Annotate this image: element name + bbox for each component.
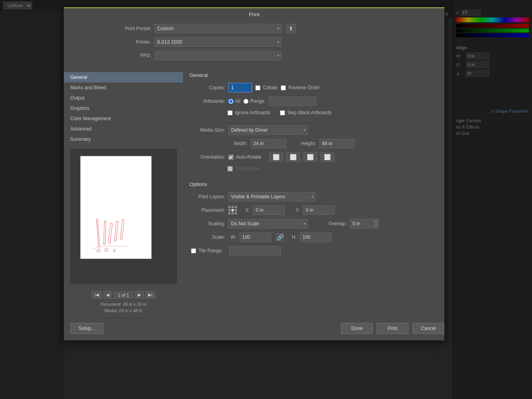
x-input[interactable] — [253, 205, 285, 215]
width-height-row: Width: Height: — [227, 139, 438, 148]
dialog-titlebar: Print — [64, 8, 444, 20]
artboards-all-option[interactable]: All — [228, 98, 240, 104]
preview-navigation: |◀ ◀ ▶ ▶| — [64, 289, 183, 301]
grid-dot-9 — [235, 212, 237, 215]
print-layers-select-wrapper: Visible & Printable Layers — [228, 192, 316, 201]
auto-rotate-checkbox[interactable] — [228, 155, 233, 160]
orient-landscape-btn[interactable]: ⬜ — [286, 152, 300, 162]
print-preset-row: Print Preset: Custom ⬆ — [120, 24, 432, 33]
print-layers-select[interactable]: Visible & Printable Layers — [228, 192, 316, 201]
scaling-select[interactable]: Do Not Scale — [228, 219, 308, 228]
printer-select[interactable]: ILS12.150D — [154, 37, 281, 47]
collate-label: Collate — [263, 85, 278, 90]
artboards-range-label: Range: — [250, 98, 266, 104]
collate-checkbox-row: Collate — [255, 85, 278, 90]
artboards-range-radio[interactable] — [243, 99, 249, 104]
orientation-row: Orientation: Auto-Rotate ⬜ ⬜ ⬜ ⬜ — [189, 152, 438, 162]
reverse-order-label: Reverse Order — [288, 85, 320, 90]
overlap-spinner: ▲ ▼ — [373, 219, 379, 228]
print-preset-select[interactable]: Custom — [154, 24, 281, 33]
ignore-artboards-checkbox[interactable] — [227, 110, 233, 115]
done-button[interactable]: Done — [341, 323, 373, 334]
placement-label: Placement: — [189, 207, 225, 213]
y-input[interactable] — [303, 205, 335, 215]
scale-h-input[interactable] — [300, 232, 332, 242]
overlap-input[interactable] — [350, 219, 374, 228]
collate-checkbox[interactable] — [255, 85, 260, 90]
save-preset-icon[interactable]: ⬆ — [286, 24, 296, 33]
nav-item-general[interactable]: General — [64, 72, 183, 82]
preview-media-info: Media: 24 in x 48 in — [64, 307, 183, 314]
width-label: Width: — [227, 141, 247, 146]
transverse-checkbox[interactable] — [227, 166, 233, 171]
nav-item-color-management[interactable]: Color Management — [64, 113, 183, 124]
setup-button[interactable]: Setup... — [70, 323, 103, 334]
auto-rotate-label: Auto-Rotate — [236, 154, 261, 160]
reverse-order-row: Reverse Order — [281, 85, 320, 90]
dialog-body: General Marks and Bleed Output Graphics … — [64, 68, 444, 318]
nav-item-advanced[interactable]: Advanced — [64, 124, 183, 134]
ppd-select[interactable] — [154, 51, 281, 60]
grid-dot-7 — [228, 212, 231, 215]
copies-input[interactable] — [228, 83, 252, 92]
printer-row: Printer: ILS12.150D — [120, 37, 432, 47]
printer-label: Printer: — [120, 39, 151, 45]
placement-grid-icon[interactable] — [228, 206, 237, 215]
grid-dot-5 — [231, 209, 234, 211]
general-section-title: General — [189, 72, 438, 78]
scale-h-label: H: — [289, 234, 297, 240]
y-label: Y: — [292, 207, 300, 213]
scale-lock-icon[interactable]: 🔗 — [276, 233, 284, 241]
grid-dot-8 — [231, 212, 234, 215]
copies-row: Copies: Collate Reverse Order — [189, 83, 438, 92]
nav-item-graphics[interactable]: Graphics — [64, 103, 183, 113]
grid-dot-4 — [228, 209, 231, 211]
dialog-title: Print — [249, 12, 260, 17]
ppd-label: PPD: — [120, 53, 151, 58]
copies-label: Copies: — [189, 85, 225, 90]
preview-page-input[interactable] — [114, 292, 133, 299]
cancel-button[interactable]: Cancel — [412, 323, 444, 334]
print-preview — [70, 149, 177, 284]
nav-item-output[interactable]: Output — [64, 93, 183, 103]
orient-landscape-flip-btn[interactable]: ⬜ — [320, 152, 334, 162]
height-field[interactable] — [319, 139, 355, 148]
scale-label: Scale: — [189, 234, 225, 240]
artboards-range-option[interactable]: Range: — [243, 98, 266, 104]
ignore-artboards-row: Ignore Artboards — [227, 110, 270, 115]
tile-range-checkbox[interactable] — [191, 248, 196, 253]
preview-first-btn[interactable]: |◀ — [92, 291, 102, 299]
reverse-order-checkbox[interactable] — [281, 85, 286, 90]
nav-item-marks-bleed[interactable]: Marks and Bleed — [64, 82, 183, 93]
dialog-footer: Setup... Done Print Cancel — [64, 318, 444, 340]
tile-range-input[interactable] — [229, 246, 281, 255]
dialog-content: General Copies: Collate Reverse Order Ar… — [183, 68, 444, 318]
print-button[interactable]: Print — [377, 323, 409, 334]
orient-portrait-btn[interactable]: ⬜ — [269, 152, 283, 162]
overlap-down-btn[interactable]: ▼ — [373, 224, 379, 228]
nav-item-summary[interactable]: Summary — [64, 134, 183, 144]
scaling-overlap-row: Scaling: Do Not Scale Overlap: ▲ ▼ — [189, 219, 438, 228]
artboards-all-radio[interactable] — [228, 99, 233, 104]
range-input[interactable] — [269, 96, 316, 106]
preview-prev-btn[interactable]: ◀ — [103, 291, 112, 299]
x-label: X: — [242, 207, 250, 213]
print-preset-label: Print Preset: — [120, 26, 151, 31]
svg-point-0 — [97, 249, 100, 252]
overlap-up-btn[interactable]: ▲ — [373, 219, 379, 224]
orient-portrait-flip-btn[interactable]: ⬜ — [303, 152, 317, 162]
options-section-title: Options — [189, 181, 438, 187]
preview-next-btn[interactable]: ▶ — [135, 291, 144, 299]
scale-w-input[interactable] — [239, 232, 271, 242]
width-field[interactable] — [251, 139, 286, 148]
top-form: Print Preset: Custom ⬆ Printer: ILS12.15… — [64, 20, 444, 68]
tile-range-label: Tile Range: — [199, 248, 223, 253]
overlap-input-wrapper: ▲ ▼ — [350, 219, 379, 228]
skip-blank-checkbox[interactable] — [280, 110, 285, 115]
preview-last-btn[interactable]: ▶| — [145, 291, 155, 299]
preview-document-info: Document: 48 in x 24 in — [64, 301, 183, 307]
skip-blank-label: Skip Blank Artboards — [287, 110, 332, 115]
media-size-select[interactable]: Defined by Driver — [228, 125, 308, 135]
print-layers-row: Print Layers: Visible & Printable Layers — [189, 192, 438, 201]
media-size-select-wrapper: Defined by Driver — [228, 125, 308, 135]
